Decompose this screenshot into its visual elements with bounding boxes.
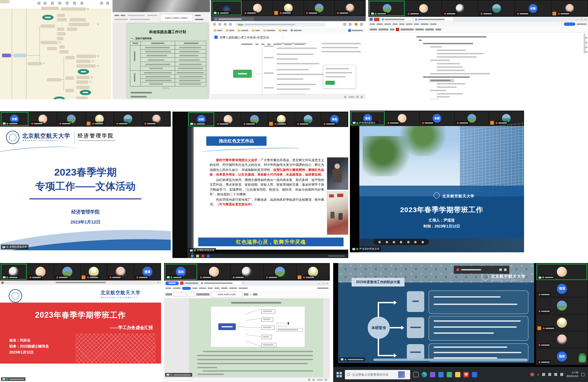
refresh-icon[interactable] <box>224 23 227 26</box>
bookmark-folder[interactable] <box>279 29 287 31</box>
style-gallery[interactable]: AaBb AaBb AaBb <box>211 292 242 298</box>
relation-icon[interactable] <box>73 2 76 5</box>
participant-tile[interactable] <box>297 264 329 280</box>
bookmark-folder[interactable] <box>214 29 222 31</box>
participant-tile[interactable] <box>304 1 334 15</box>
layout-icon[interactable] <box>51 2 54 5</box>
doc-tab-active[interactable] <box>200 281 241 285</box>
select-icon[interactable] <box>393 241 395 243</box>
participant-tile[interactable] <box>536 298 587 314</box>
participant-tile[interactable] <box>536 315 587 331</box>
more-icon[interactable] <box>414 241 417 243</box>
participant-tile[interactable] <box>1 264 27 280</box>
style-gallery[interactable]: AaBbC AaBbC AaBbC <box>160 14 193 21</box>
meeting-app-icon[interactable] <box>472 372 477 377</box>
bookmark-folder[interactable] <box>252 29 260 31</box>
insert-icon[interactable] <box>66 2 69 5</box>
participant-tile[interactable] <box>107 264 134 280</box>
doc-tab[interactable] <box>381 17 413 21</box>
participant-tile[interactable] <box>455 111 489 125</box>
participant-tile[interactable] <box>536 264 587 280</box>
participant-tile[interactable] <box>212 1 242 15</box>
participant-tile[interactable] <box>536 331 587 348</box>
shield-icon[interactable] <box>438 372 444 377</box>
menu-icon[interactable] <box>360 23 363 26</box>
participant-tile[interactable] <box>264 264 296 280</box>
zoom-out-icon[interactable] <box>344 96 346 98</box>
participant-tile[interactable] <box>442 1 478 16</box>
participant-tile[interactable]: 滢滢 <box>536 281 587 297</box>
search-input[interactable] <box>352 373 396 377</box>
doc-tab-active[interactable] <box>414 17 453 21</box>
share-icon[interactable] <box>106 2 109 5</box>
home-icon[interactable] <box>229 23 232 26</box>
participant-tile[interactable] <box>29 112 57 126</box>
participant-tile[interactable] <box>242 1 273 15</box>
participant-tile[interactable]: 滢滢尹滢滢的屏幕共... <box>351 111 385 125</box>
view-mode-icon[interactable] <box>308 379 310 381</box>
edge-icon[interactable] <box>422 372 427 377</box>
zoom-in-icon[interactable] <box>356 96 359 98</box>
participant-tile[interactable] <box>114 112 142 126</box>
task-view-icon[interactable] <box>413 372 419 377</box>
participant-tile[interactable]: 远佳 <box>165 264 197 280</box>
share-button[interactable] <box>564 22 575 26</box>
undo-icon[interactable] <box>38 2 41 5</box>
participant-tile[interactable]: 衣萌 <box>1 112 28 126</box>
downloads-icon[interactable] <box>349 23 352 26</box>
participant-tile[interactable] <box>142 112 170 126</box>
participant-tile[interactable] <box>27 264 54 280</box>
bookmark-app[interactable] <box>348 29 363 32</box>
participant-tile[interactable]: 衣萌 <box>515 1 551 16</box>
participant-tile[interactable] <box>295 112 321 126</box>
fullscreen-icon[interactable] <box>100 2 103 5</box>
participant-tile[interactable] <box>54 264 80 280</box>
annotate-icon[interactable] <box>378 241 381 243</box>
redo-icon[interactable] <box>44 2 47 5</box>
fit-icon[interactable] <box>361 96 363 98</box>
pen-icon[interactable] <box>386 241 388 243</box>
participant-tile[interactable] <box>215 112 241 126</box>
profile-avatar[interactable] <box>355 23 358 26</box>
eraser-icon[interactable] <box>400 241 402 243</box>
participant-tile[interactable]: 衣萌 <box>188 112 214 126</box>
wps-icon[interactable]: W <box>463 372 469 377</box>
zoom-out-icon[interactable] <box>312 379 315 381</box>
bookmark-folder[interactable] <box>263 29 275 31</box>
extension-icon[interactable] <box>343 23 346 26</box>
taskbar-search[interactable] <box>345 370 410 379</box>
whiteboard-icon[interactable] <box>407 241 410 243</box>
style-icon[interactable] <box>58 2 61 5</box>
forward-icon[interactable] <box>218 23 221 26</box>
participant-tile[interactable] <box>86 112 114 126</box>
tray-badge[interactable] <box>530 373 534 376</box>
back-icon[interactable] <box>213 23 216 26</box>
participant-tile[interactable] <box>198 264 230 280</box>
participant-tile[interactable] <box>231 264 263 280</box>
participant-tile[interactable] <box>406 1 441 16</box>
participant-tile[interactable] <box>479 1 514 16</box>
participant-tile[interactable]: 衣萌 <box>420 111 454 125</box>
bookmark-folder[interactable] <box>226 29 234 31</box>
participant-tile[interactable]: 远佳 <box>536 348 587 365</box>
menu-pill[interactable] <box>182 287 191 290</box>
icn-element[interactable] <box>499 268 502 271</box>
participant-tile[interactable]: 漫漫 <box>134 264 160 280</box>
browser-tab[interactable] <box>214 17 254 21</box>
collapse-icon[interactable] <box>422 241 424 243</box>
confirm-button[interactable] <box>325 81 335 85</box>
more-icon[interactable] <box>80 2 83 5</box>
participant-tile[interactable] <box>273 1 303 15</box>
bookmark-folder[interactable] <box>238 29 248 31</box>
participant-tile[interactable] <box>552 1 587 16</box>
participant-tile[interactable] <box>268 112 294 126</box>
start-button[interactable] <box>337 372 342 377</box>
participant-tile[interactable] <box>385 111 420 125</box>
participant-tile[interactable] <box>81 264 107 280</box>
participant-tile[interactable] <box>57 112 85 126</box>
participant-tile[interactable] <box>241 112 268 126</box>
wechat-icon[interactable] <box>447 372 452 377</box>
participant-tile[interactable] <box>369 1 405 16</box>
office-icon[interactable] <box>430 372 435 377</box>
icn-element[interactable] <box>504 268 507 271</box>
